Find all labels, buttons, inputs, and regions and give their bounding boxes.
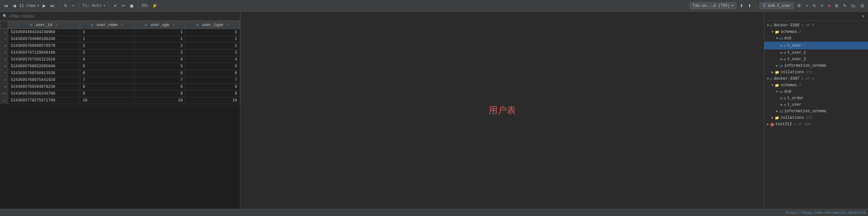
- stop-ds-btn[interactable]: ■: [827, 3, 832, 9]
- cell-user_age[interactable]: 1: [134, 29, 185, 36]
- cell-user_type[interactable]: 10: [185, 97, 240, 104]
- tree-node-info3307[interactable]: ▶ 🗃 information_schema: [764, 108, 868, 114]
- table-row[interactable]: 3 5243695766668578570 2 2 2: [0, 43, 240, 50]
- tree-arrow[interactable]: ▶: [766, 122, 770, 126]
- tree-arrow[interactable]: ▶: [770, 116, 775, 120]
- cell-user_type[interactable]: 5: [185, 63, 240, 70]
- tree-arrow[interactable]: ▶: [779, 103, 784, 107]
- ddl-options-btn[interactable]: ⚡: [151, 3, 158, 9]
- cell-user_id[interactable]: 5243695767129948160: [8, 50, 80, 56]
- cell-user_age[interactable]: 4: [134, 56, 185, 63]
- tree-arrow[interactable]: ▼: [766, 77, 770, 81]
- tree-arrow[interactable]: ▶: [775, 64, 779, 68]
- cell-user_age[interactable]: 10: [134, 97, 185, 104]
- cell-user_id[interactable]: 5243695769856243760: [8, 90, 80, 97]
- tree-arrow[interactable]: ▶: [779, 44, 784, 48]
- settings-btn[interactable]: ⚙: [796, 3, 802, 9]
- add-ds-btn[interactable]: +: [804, 3, 809, 9]
- tree-node-t_user_1[interactable]: ▶ ⊞ t_user_1: [764, 50, 868, 56]
- cell-user_name[interactable]: 7: [80, 77, 134, 84]
- table-row[interactable]: 8 5243695768975441920 7 7 7: [0, 77, 240, 84]
- tree-node-t_user_2[interactable]: ▶ ⊞ t_user_2: [764, 56, 868, 62]
- cell-user_type[interactable]: 2: [185, 43, 240, 50]
- cell-user_age[interactable]: 1: [134, 36, 185, 43]
- cell-user_age[interactable]: 9: [134, 90, 185, 97]
- cell-user_name[interactable]: 8: [80, 84, 134, 90]
- cell-user_type[interactable]: 1: [185, 29, 240, 36]
- table-row[interactable]: 5 5243695767591321610 4 4 4: [0, 56, 240, 63]
- tree-arrow[interactable]: ▶: [779, 57, 784, 61]
- sort-icon-user_type[interactable]: ⇕: [226, 23, 229, 27]
- cancel-edit-btn[interactable]: ↩: [121, 3, 127, 9]
- close-tree-btn[interactable]: ✕: [861, 14, 866, 19]
- tree-node-coll3306[interactable]: ▶ 📁 collations 272: [764, 69, 868, 76]
- cell-user_name[interactable]: 1: [80, 29, 134, 36]
- cell-user_name[interactable]: 9: [80, 90, 134, 97]
- tree-node-schemas3307[interactable]: ▼ 📁 schemas 2: [764, 82, 868, 88]
- cell-user_id[interactable]: 5243695769394870230: [8, 84, 80, 90]
- tree-node-docker3307[interactable]: ▼ ▷ docker-3307 2 of 5: [764, 76, 868, 82]
- tree-arrow[interactable]: ▼: [775, 37, 779, 40]
- col-header-user_type[interactable]: ⊞ user_type ⇕: [185, 21, 240, 29]
- sort-icon-user_name[interactable]: ⇕: [121, 23, 123, 27]
- nav-prev-btn[interactable]: ◀: [11, 3, 17, 9]
- sort-icon-user_id[interactable]: ⇕: [56, 23, 58, 27]
- cell-user_age[interactable]: 3: [134, 50, 185, 56]
- gl-btn[interactable]: GL: [850, 3, 857, 8]
- cell-user_name[interactable]: 5: [80, 63, 134, 70]
- nav-last-btn[interactable]: ⏭: [49, 3, 56, 9]
- tree-node-ds0_3307[interactable]: ▼ 🗃 ds0: [764, 88, 868, 95]
- table-row[interactable]: 9 5243695769394870230 8 8 8: [0, 84, 240, 90]
- stop-btn[interactable]: ◼: [129, 3, 135, 9]
- download-btn[interactable]: ⬇: [738, 3, 745, 9]
- cell-user_type[interactable]: 1: [185, 36, 240, 43]
- tree-node-t_order[interactable]: ▶ ⊞ t_order: [764, 95, 868, 102]
- cell-user_type[interactable]: 8: [185, 84, 240, 90]
- tree-node-docker3306[interactable]: ▼ ▷ docker-3306 2 of 5: [764, 22, 868, 29]
- add-row-btn[interactable]: +: [71, 3, 76, 9]
- cell-user_type[interactable]: 7: [185, 77, 240, 84]
- cell-user_type[interactable]: 6: [185, 70, 240, 77]
- tree-arrow[interactable]: ▶: [775, 109, 779, 113]
- tree-node-coll3307[interactable]: ▶ 📁 collations 272: [764, 114, 868, 121]
- cell-user_name[interactable]: 6: [80, 70, 134, 77]
- tree-arrow[interactable]: ▼: [775, 90, 779, 94]
- tab-tsv-selector[interactable]: Tab-se...d (TSV) ▾: [690, 2, 737, 9]
- tree-arrow[interactable]: ▶: [779, 51, 784, 55]
- cell-user_age[interactable]: 7: [134, 77, 185, 84]
- col-filter-btn[interactable]: ⊟: [859, 3, 865, 9]
- nav-first-btn[interactable]: ⏮: [3, 3, 9, 9]
- cell-user_name[interactable]: 2: [80, 43, 134, 50]
- tree-arrow[interactable]: ▶: [779, 96, 784, 100]
- table-row[interactable]: 7 5243695768556013530 6 6 6: [0, 70, 240, 77]
- cell-user_type[interactable]: 4: [185, 56, 240, 63]
- tree-node-schemas3306[interactable]: ▼ 📁 schemas 2: [764, 29, 868, 35]
- tree-arrow[interactable]: ▼: [770, 84, 775, 87]
- cell-user_id[interactable]: 5243695768556013530: [8, 70, 80, 77]
- cell-user_name[interactable]: 10: [80, 97, 134, 104]
- sort-icon-user_age[interactable]: ⇕: [173, 23, 175, 27]
- filter-input[interactable]: [9, 14, 74, 19]
- cell-user_type[interactable]: 9: [185, 90, 240, 97]
- edit-btn[interactable]: ✎: [842, 3, 848, 9]
- table-row[interactable]: 4 5243695767129948160 3 3 3: [0, 50, 240, 56]
- tree-node-ds0_3306[interactable]: ▼ 🗃 ds0: [764, 35, 868, 42]
- cell-user_id[interactable]: 5243695768052695040: [8, 63, 80, 70]
- cell-user_id[interactable]: 5243695766668578570: [8, 43, 80, 50]
- cell-user_id[interactable]: 5243695767591321610: [8, 56, 80, 63]
- table-row[interactable]: 2 5243695764068106240 1 1 1: [0, 36, 240, 43]
- tree-node-t_user_3307[interactable]: ▶ ⊞ t_user: [764, 102, 868, 108]
- cell-user_age[interactable]: 6: [134, 70, 185, 77]
- cell-user_name[interactable]: 3: [80, 50, 134, 56]
- upload-btn[interactable]: ⬆: [746, 3, 753, 9]
- nav-next-btn[interactable]: ▶: [41, 3, 47, 9]
- table-row[interactable]: 1 5243694394334248960 1 1 1: [0, 29, 240, 36]
- cell-user_name[interactable]: 1: [80, 36, 134, 43]
- col-header-user_id[interactable]: ⊞ user_id ⇕: [8, 21, 80, 29]
- col-header-user_age[interactable]: ⊞ user_age ⇕: [134, 21, 185, 29]
- cell-user_name[interactable]: 4: [80, 56, 134, 63]
- cell-user_age[interactable]: 2: [134, 43, 185, 50]
- tree-arrow[interactable]: ▼: [770, 30, 775, 34]
- status-link[interactable]: https://blog.csdn.net/weixin_38312719: [786, 211, 865, 215]
- tree-arrow[interactable]: ▼: [766, 24, 770, 27]
